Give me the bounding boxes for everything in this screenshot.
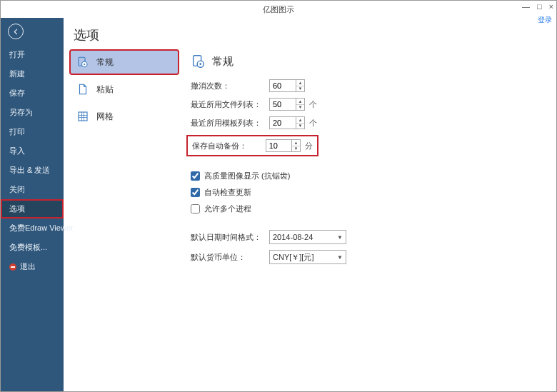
sidebar-item-import[interactable]: 导入: [1, 141, 64, 161]
undo-row: 撤消次数： ▲▼: [191, 79, 549, 92]
category-label: 常规: [96, 56, 114, 69]
recent-files-row: 最近所用文件列表： ▲▼ 个: [191, 98, 549, 111]
back-button[interactable]: [8, 24, 24, 39]
svg-rect-3: [79, 112, 87, 121]
stepper-up-icon[interactable]: ▲: [296, 80, 304, 86]
recent-templates-label: 最近所用模板列表：: [191, 118, 269, 129]
autosave-input[interactable]: [266, 140, 291, 151]
multi-process-row: 允许多个进程: [191, 203, 549, 214]
undo-label: 撤消次数：: [191, 81, 269, 91]
sidebar-item-options[interactable]: 选项: [1, 199, 64, 218]
recent-files-input[interactable]: [270, 99, 296, 110]
recent-files-suffix: 个: [309, 99, 317, 110]
exit-icon: [9, 263, 16, 271]
sidebar-item-save[interactable]: 保存: [1, 84, 64, 103]
svg-point-6: [199, 63, 201, 65]
app-title: 亿图图示: [263, 4, 294, 15]
chevron-down-icon: ▼: [337, 234, 343, 241]
login-link[interactable]: 登录: [538, 15, 552, 25]
settings-panel: 常规 撤消次数： ▲▼ 最近所用文件列表： ▲▼: [191, 51, 549, 386]
category-label: 网格: [96, 111, 114, 123]
gear-doc-icon: [191, 54, 206, 69]
date-format-label: 默认日期时间格式：: [191, 232, 269, 243]
body: 打开 新建 保存 另存为 打印 导入 导出 & 发送 关闭 选项 免费Edraw…: [1, 18, 556, 391]
date-format-row: 默认日期时间格式： 2014-08-24 ▼: [191, 230, 549, 244]
sidebar-item-print[interactable]: 打印: [1, 122, 64, 141]
stepper-down-icon[interactable]: ▼: [296, 105, 304, 111]
hq-display-row: 高质量图像显示 (抗锯齿): [191, 171, 549, 181]
sidebar-item-close[interactable]: 关闭: [1, 180, 64, 199]
recent-files-label: 最近所用文件列表：: [191, 99, 269, 110]
stepper-up-icon[interactable]: ▲: [296, 99, 304, 105]
close-button[interactable]: ×: [549, 2, 553, 11]
stepper-down-icon[interactable]: ▼: [296, 86, 304, 92]
auto-update-label: 自动检查更新: [204, 187, 251, 198]
recent-templates-row: 最近所用模板列表： ▲▼ 个: [191, 116, 549, 129]
stepper-up-icon[interactable]: ▲: [296, 117, 304, 124]
recent-templates-input[interactable]: [270, 117, 296, 129]
sidebar-item-saveas[interactable]: 另存为: [1, 103, 64, 122]
stepper-down-icon[interactable]: ▼: [296, 124, 304, 129]
document-icon: [76, 83, 89, 96]
recent-files-stepper[interactable]: ▲▼: [269, 98, 305, 111]
svg-point-2: [84, 64, 85, 65]
autosave-row: 保存自动备份： ▲▼ 分: [186, 135, 318, 156]
autosave-suffix: 分: [305, 141, 313, 151]
page-title: 选项: [74, 26, 546, 44]
multi-process-label: 允许多个进程: [204, 203, 251, 214]
currency-label: 默认货币单位：: [191, 252, 269, 263]
category-list: 常规 粘贴 网格: [71, 51, 178, 386]
category-paste[interactable]: 粘贴: [71, 78, 178, 101]
section-header: 常规: [191, 54, 549, 69]
currency-value: CNY[￥][元]: [273, 252, 313, 263]
main-panel: 选项 常规 粘贴: [64, 18, 556, 391]
currency-row: 默认货币单位： CNY[￥][元] ▼: [191, 250, 549, 264]
stepper-down-icon[interactable]: ▼: [292, 146, 300, 152]
sidebar: 打开 新建 保存 另存为 打印 导入 导出 & 发送 关闭 选项 免费Edraw…: [1, 18, 64, 391]
category-label: 粘贴: [96, 84, 114, 96]
sidebar-item-new[interactable]: 新建: [1, 64, 64, 84]
category-general[interactable]: 常规: [71, 51, 178, 74]
currency-select[interactable]: CNY[￥][元] ▼: [269, 250, 346, 264]
app-window: 亿图图示 ― □ × 登录 打开 新建 保存 另存为 打印 导入 导出 & 发送…: [0, 0, 557, 392]
undo-input[interactable]: [270, 80, 296, 91]
autosave-label: 保存自动备份：: [192, 141, 266, 151]
chevron-down-icon: ▼: [337, 254, 343, 261]
auto-update-checkbox[interactable]: [191, 188, 200, 197]
recent-templates-suffix: 个: [309, 118, 317, 129]
category-grid[interactable]: 网格: [71, 105, 178, 128]
sidebar-item-export[interactable]: 导出 & 发送: [1, 161, 64, 180]
autosave-stepper[interactable]: ▲▼: [266, 139, 301, 152]
grid-icon: [76, 110, 89, 123]
date-format-value: 2014-08-24: [273, 233, 313, 241]
multi-process-checkbox[interactable]: [191, 204, 200, 213]
sidebar-item-viewer[interactable]: 免费Edraw Viewer: [1, 218, 64, 238]
sidebar-item-open[interactable]: 打开: [1, 45, 64, 64]
recent-templates-stepper[interactable]: ▲▼: [269, 116, 305, 129]
maximize-button[interactable]: □: [537, 2, 542, 11]
minimize-button[interactable]: ―: [522, 2, 530, 11]
window-controls: ― □ ×: [522, 2, 553, 11]
date-format-select[interactable]: 2014-08-24 ▼: [269, 230, 346, 244]
content-row: 常规 粘贴 网格: [71, 51, 549, 386]
hq-display-label: 高质量图像显示 (抗锯齿): [204, 171, 290, 181]
section-title: 常规: [212, 55, 234, 69]
sidebar-item-templates[interactable]: 免费模板...: [1, 238, 64, 257]
titlebar: 亿图图示 ― □ × 登录: [1, 1, 556, 18]
stepper-up-icon[interactable]: ▲: [292, 140, 300, 146]
sidebar-item-exit[interactable]: 退出: [1, 257, 64, 276]
auto-update-row: 自动检查更新: [191, 187, 549, 198]
hq-display-checkbox[interactable]: [191, 171, 200, 181]
back-arrow-icon: [12, 28, 20, 36]
undo-stepper[interactable]: ▲▼: [269, 79, 305, 92]
gear-doc-icon: [76, 56, 89, 69]
